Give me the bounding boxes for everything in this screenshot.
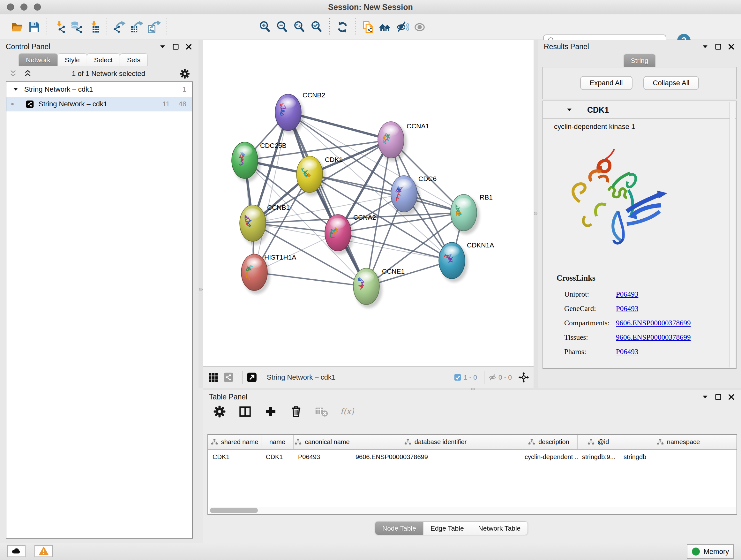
tab-edge-table[interactable]: Edge Table <box>423 521 471 535</box>
table-row[interactable]: CDK1CDK1P064939606.ENSP00000378699cyclin… <box>208 449 737 464</box>
birdseye-view-icon[interactable] <box>246 372 257 383</box>
grid-view-icon[interactable] <box>208 372 219 383</box>
bottom-splitter[interactable] <box>203 388 741 390</box>
show-panel-button[interactable] <box>411 18 428 36</box>
network-overview-button[interactable] <box>377 18 394 36</box>
zoom-out-button[interactable] <box>274 18 291 36</box>
scrollbar-thumb[interactable] <box>210 508 258 513</box>
table-cell[interactable]: P06493 <box>293 453 351 461</box>
gene-collapse-icon[interactable] <box>565 106 573 114</box>
expand-all-networks-icon[interactable] <box>23 69 32 78</box>
import-database-button[interactable] <box>68 18 85 36</box>
column-header-namespace[interactable]: namespace <box>619 435 737 449</box>
delete-column-icon[interactable] <box>289 405 303 418</box>
network-share-icon[interactable] <box>223 372 234 383</box>
column-header-shared-name[interactable]: shared name <box>208 435 261 449</box>
selected-checkbox-icon[interactable] <box>454 373 462 381</box>
tab-node-table[interactable]: Node Table <box>375 521 423 535</box>
cloud-button[interactable] <box>7 545 25 557</box>
panel-float-icon[interactable] <box>714 43 722 51</box>
table-cell[interactable]: stringdb:9... <box>578 453 619 461</box>
crosslink-label: Uniprot: <box>564 287 616 301</box>
crosslink-value-link[interactable]: 9606.ENSP00000378699 <box>616 330 691 345</box>
export-table-button[interactable] <box>128 18 145 36</box>
zoom-fit-button[interactable] <box>291 18 308 36</box>
column-header-description[interactable]: description <box>520 435 578 449</box>
panel-float-icon[interactable] <box>714 393 722 401</box>
right-splitter[interactable] <box>533 40 538 388</box>
tab-string[interactable]: String <box>623 54 656 67</box>
column-header-name[interactable]: name <box>261 435 293 449</box>
table-cell[interactable]: 9606.ENSP00000378699 <box>351 453 520 461</box>
table-cell[interactable]: CDK1 <box>261 453 293 461</box>
tree-expand-icon[interactable] <box>12 86 19 93</box>
network-node-CCNB1[interactable] <box>240 205 269 245</box>
splitter-handle[interactable] <box>534 212 537 215</box>
crosslink-value-link[interactable]: P06493 <box>616 345 638 359</box>
tab-network[interactable]: Network <box>18 53 58 66</box>
crosslink-value-link[interactable]: 9606.ENSP00000378699 <box>616 316 691 330</box>
crosslink-value-link[interactable]: P06493 <box>616 287 638 301</box>
table-cell[interactable]: CDK1 <box>208 453 261 461</box>
hide-panels-button[interactable] <box>394 18 411 36</box>
zoom-selected-button[interactable] <box>308 18 326 36</box>
collapse-all-button[interactable]: Collapse All <box>643 76 699 90</box>
warning-button[interactable] <box>35 545 53 557</box>
panel-float-icon[interactable] <box>172 43 180 51</box>
results-scrollbar[interactable] <box>730 102 735 368</box>
svg-text:f(x): f(x) <box>340 407 354 416</box>
import-network-button[interactable] <box>51 18 68 36</box>
table-settings-gear-icon[interactable] <box>213 405 226 418</box>
copy-network-button[interactable] <box>359 18 377 36</box>
network-node-RB1[interactable] <box>451 194 480 234</box>
collapse-all-networks-icon[interactable] <box>8 69 18 78</box>
column-header-database-identifier[interactable]: database identifier <box>351 435 520 449</box>
show-columns-icon[interactable] <box>239 405 252 418</box>
table-hscrollbar[interactable] <box>209 507 736 514</box>
network-collection-row[interactable]: String Network – cdk1 1 <box>6 82 192 97</box>
network-node-CDKN1A[interactable] <box>439 242 468 282</box>
network-edge-HIST1H1A-CCNE1[interactable] <box>254 272 366 287</box>
panel-close-icon[interactable] <box>727 43 735 51</box>
export-network-button[interactable] <box>111 18 128 36</box>
open-folder-button[interactable] <box>8 18 25 36</box>
column-header-@id[interactable]: @id <box>578 435 619 449</box>
gene-card: CDK1 cyclin-dependent kinase 1 <box>542 101 737 369</box>
network-canvas[interactable]: CCNB2CCNA1CDC25BCDK1CDC6RB1CCNB1CCNA2CDK… <box>203 40 534 366</box>
crosslink-value-link[interactable]: P06493 <box>616 301 638 316</box>
splitter-handle[interactable] <box>199 288 203 291</box>
pan-crosshair-icon[interactable] <box>518 372 529 383</box>
network-node-CCNB2[interactable] <box>275 94 304 134</box>
zoom-in-button[interactable] <box>257 18 274 36</box>
network-edge-CCNB2-HIST1H1A[interactable] <box>254 112 288 272</box>
left-splitter[interactable] <box>199 40 203 388</box>
memory-button[interactable]: Memory <box>687 544 734 559</box>
panel-menu-icon[interactable] <box>701 393 709 401</box>
panel-menu-icon[interactable] <box>701 43 709 51</box>
network-node-CCNA2[interactable] <box>325 214 354 254</box>
tab-select[interactable]: Select <box>87 53 120 66</box>
tab-network-table[interactable]: Network Table <box>471 521 528 535</box>
network-options-gear-icon[interactable] <box>179 68 190 79</box>
tab-style[interactable]: Style <box>57 53 87 66</box>
refresh-button[interactable] <box>334 18 351 36</box>
panel-close-icon[interactable] <box>727 393 735 401</box>
panel-menu-icon[interactable] <box>158 43 166 51</box>
add-column-icon[interactable] <box>264 405 277 418</box>
import-table-button[interactable] <box>85 18 103 36</box>
network-node-CCNE1[interactable] <box>353 268 382 308</box>
network-edge-CDK1-RB1[interactable] <box>310 174 464 212</box>
expand-all-button[interactable]: Expand All <box>580 76 632 90</box>
network-row[interactable]: String Network – cdk1 11 48 <box>6 97 192 111</box>
table-cell[interactable]: cyclin-dependent ... <box>520 453 578 461</box>
table-cell[interactable]: stringdb <box>619 453 737 461</box>
panel-close-icon[interactable] <box>185 43 193 51</box>
tab-sets[interactable]: Sets <box>120 53 148 66</box>
gene-card-header[interactable]: CDK1 <box>543 101 736 119</box>
export-image-button[interactable] <box>145 18 163 36</box>
network-edge-CCNB2-CCNE1[interactable] <box>288 112 366 287</box>
hidden-eye-slash-icon[interactable] <box>488 373 496 381</box>
crosslink-row: GeneCard:P06493 <box>543 301 736 316</box>
save-button[interactable] <box>25 18 43 36</box>
column-header-canonical-name[interactable]: canonical name <box>293 435 351 449</box>
